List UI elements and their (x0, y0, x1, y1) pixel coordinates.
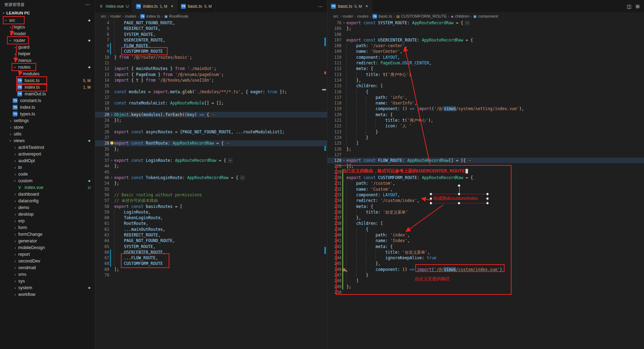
tree-item-router[interactable]: ›router● (0, 37, 95, 44)
code-line-106[interactable]: 106 (327, 32, 644, 37)
code-line-113[interactable]: 113 title: t('用户中心') (327, 72, 644, 77)
tree-item-index.ts[interactable]: TSindex.ts (0, 104, 95, 110)
code-line-10[interactable]: 10} from '/@/router/routes/basic'; (95, 55, 327, 60)
code-line-9[interactable]: 9 CUSTOMFORM_ROUTE (95, 49, 327, 54)
code-line-25[interactable]: 25 (95, 123, 327, 129)
tree-item-utils[interactable]: ›utils (0, 131, 95, 137)
code-line-112[interactable]: 112 meta: { (327, 66, 644, 71)
code-line-246[interactable]: 246 component: () => import('/@/views/cu… (327, 267, 644, 272)
code-line-56[interactable]: 56// Basic routing without permissions (95, 192, 327, 198)
code-line-27[interactable]: 27 (95, 135, 327, 140)
tree-item-routes[interactable]: ›routes● (0, 64, 95, 70)
code-line-239[interactable]: 239 { (327, 227, 644, 232)
code-line-236[interactable]: 236 title: '自定义菜单' (327, 209, 644, 215)
fold-chevron-icon[interactable]: › (109, 158, 114, 163)
code-line-234[interactable]: 234 redirect: '/custom/index', (327, 198, 644, 203)
code-line-244[interactable]: 244 ignoreKeepAlive: true (327, 255, 644, 261)
code-line-7[interactable]: 7 USERCENTER_ROUTE, (95, 37, 327, 43)
code-line-124[interactable]: 124 } (327, 135, 644, 140)
code-line-121[interactable]: 121 title: t('用户中心'), (327, 118, 644, 123)
tree-item-basic.ts[interactable]: TSbasic.ts5, M (0, 77, 95, 84)
code-line-126[interactable]: 126}; (327, 146, 644, 152)
tree-item-src[interactable]: ›src● (0, 17, 95, 24)
code-line-35[interactable]: 35}; (95, 146, 327, 152)
tab-basic.ts[interactable]: TSbasic.ts5, M (177, 0, 216, 12)
tree-item-generator[interactable]: ›generator (0, 237, 95, 244)
code-line-61[interactable]: 61 RootRoute, (95, 221, 327, 226)
code-editor-right[interactable]: 76›export const SYSTEM_ROUTE: AppRouteRe… (327, 20, 644, 349)
tree-item-report[interactable]: ›report (0, 251, 95, 258)
code-line-60[interactable]: 60 TokenLoginRoute, (95, 215, 327, 221)
tree-item-form[interactable]: ›form (0, 224, 95, 231)
code-line-125[interactable]: 125 ] (327, 140, 644, 146)
fold-chevron-icon[interactable]: › (109, 175, 114, 180)
code-line-46[interactable]: 46›export const TokenLoginRoute: AppRout… (95, 175, 327, 180)
code-line-229[interactable]: 229 (327, 169, 644, 175)
tree-item-index.ts[interactable]: TSindex.ts1, M (0, 84, 95, 90)
tree-item-system[interactable]: ›system● (0, 284, 95, 291)
code-line-6[interactable]: 6 SYSTEM_ROUTE, (95, 32, 327, 37)
code-line-122[interactable]: 122 icon: '人 ' (327, 123, 644, 129)
breadcrumb-item-routes[interactable]: routes (125, 14, 136, 18)
code-line-37[interactable]: 37›export const LoginRoute: AppRouteReco… (95, 158, 327, 163)
tree-item-demo[interactable]: ›demo (0, 204, 95, 211)
breadcrumb-item-router[interactable]: router (110, 14, 121, 18)
fold-chevron-icon[interactable]: › (341, 20, 346, 26)
code-line-117[interactable]: 117 path: 'info', (327, 95, 644, 100)
close-icon[interactable]: × (365, 4, 368, 9)
code-line-44[interactable]: 44}; (95, 163, 327, 169)
tree-item-dashboard[interactable]: ›dashboard (0, 191, 95, 197)
tree-item-actHiTaskinst[interactable]: ›actHiTaskinst (0, 144, 95, 151)
key-icon[interactable] (343, 268, 345, 271)
code-line-12[interactable]: 12import { mainOutRoutes } from './mainO… (95, 66, 327, 71)
code-line-230[interactable]: 230export const CUSTOMFORM_ROUTE: AppRou… (327, 175, 644, 180)
tree-item-bi[interactable]: ›bi (0, 164, 95, 171)
code-line-54[interactable]: 54}; (95, 180, 327, 186)
project-section-header[interactable]: › LEARUN PC (0, 9, 95, 17)
code-line-14[interactable]: 14import { t } from '/@/hooks/web/useI18… (95, 77, 327, 83)
code-line-26[interactable]: 26export const asyncRoutes = [PAGE_NOT_F… (95, 129, 327, 135)
tab-basic.ts[interactable]: TSbasic.ts5, M× (327, 0, 372, 12)
tree-item-settings[interactable]: ›settings (0, 117, 95, 124)
code-line-123[interactable]: 123 } (327, 129, 644, 135)
code-line-64[interactable]: 64 PAGE_NOT_FOUND_ROUTE, (95, 238, 327, 243)
tree-item-model[interactable]: ›model (0, 30, 95, 37)
breadcrumb-item-src[interactable]: src (333, 14, 338, 18)
tree-item-desktop[interactable]: ›desktop (0, 211, 95, 217)
code-line-62[interactable]: 62 ...mainOutRoutes, (95, 227, 327, 232)
code-line-119[interactable]: 119 component: () => import('/@/views/sy… (327, 106, 644, 112)
breadcrumb-item-component[interactable]: component (478, 14, 498, 18)
code-line-116[interactable]: 116 { (327, 89, 644, 95)
tree-item-formChange[interactable]: ›formChange (0, 231, 95, 237)
code-line-105[interactable]: 105}; (327, 26, 644, 31)
code-line-242[interactable]: 242 meta: { (327, 244, 644, 249)
code-line-28[interactable]: 28export const RootRoute: AppRouteRecord… (95, 140, 327, 146)
code-line-249[interactable]: 249}; (327, 284, 644, 290)
code-line-243[interactable]: 243 title: '自定义菜单', (327, 249, 644, 255)
breadcrumb-item-index.ts[interactable]: index.ts (146, 14, 160, 18)
code-line-250[interactable]: 250 (327, 290, 644, 295)
tree-item-guard[interactable]: ›guard (0, 44, 95, 50)
code-line-65[interactable]: 65 SYSTEM_ROUTE, (95, 244, 327, 249)
tree-item-logics[interactable]: ›logics (0, 24, 95, 30)
tree-item-custom[interactable]: ›custom● (0, 177, 95, 184)
breadcrumb-item-children[interactable]: children (455, 14, 469, 18)
code-line-114[interactable]: 114 }, (327, 77, 644, 83)
fold-chevron-icon[interactable]: › (341, 158, 346, 163)
code-line-76[interactable]: 76›export const SYSTEM_ROUTE: AppRouteRe… (327, 20, 644, 26)
code-line-58[interactable]: 58export const basicRoutes = [ (95, 204, 327, 209)
breadcrumb-item-CUSTOMFORM_ROUTE[interactable]: CUSTOMFORM_ROUTE (401, 14, 447, 18)
code-line-16[interactable]: 16const modules = import.meta.glob('./mo… (95, 89, 327, 95)
code-line-17[interactable]: 17 (95, 95, 327, 100)
tree-item-store[interactable]: ›store (0, 124, 95, 131)
code-line-36[interactable]: 36 (95, 152, 327, 158)
code-line-19[interactable]: 19 (95, 106, 327, 112)
tree-item-sendmail[interactable]: ›sendmail (0, 264, 95, 271)
tree-item-code[interactable]: ›code (0, 171, 95, 177)
code-line-109[interactable]: 109 name: 'UserCenter', (327, 49, 644, 54)
code-line-11[interactable]: 11 (95, 60, 327, 66)
tree-item-constant.ts[interactable]: TSconstant.ts (0, 97, 95, 104)
tree-item-activereport[interactable]: ›activereport (0, 151, 95, 157)
code-line-57[interactable]: 57// 未经许可的基本路由 (95, 198, 327, 203)
code-line-107[interactable]: 107export const USERCENTER_ROUTE: AppRou… (327, 37, 644, 43)
